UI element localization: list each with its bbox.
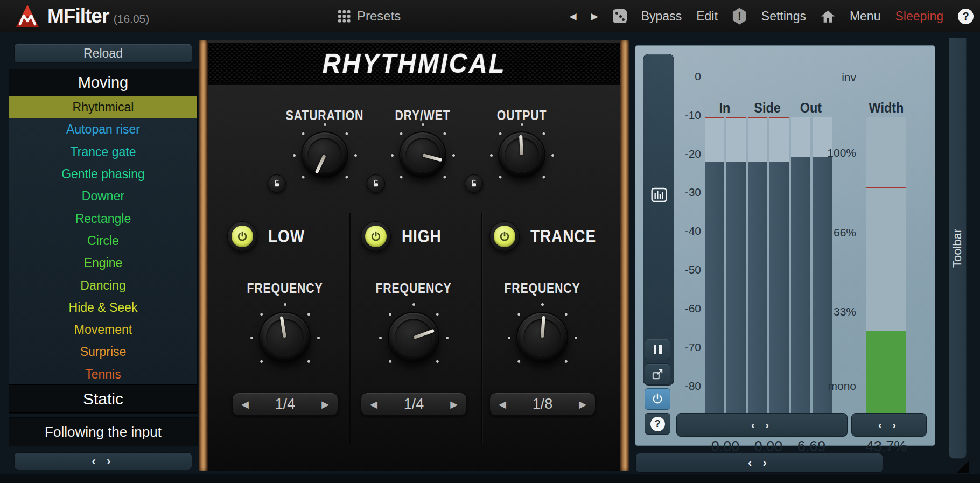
width-scrollbar[interactable]: ‹ ›: [851, 413, 927, 437]
toolbar-collapse-strip[interactable]: Toolbar: [949, 38, 967, 459]
preset-group-moving[interactable]: Moving: [9, 69, 197, 96]
presets-label: Presets: [357, 9, 401, 24]
presets-button[interactable]: Presets: [338, 0, 401, 32]
frequency-label: FREQUENCY: [230, 281, 340, 296]
increment-icon[interactable]: [579, 398, 586, 410]
db-tick: -30: [668, 186, 701, 199]
knob-pointer: [541, 316, 545, 338]
topbar-right-cluster: Bypass Edit Settings Menu Sleeping ?: [570, 0, 974, 32]
preset-item[interactable]: Rectangle: [9, 207, 197, 229]
db-tick: -10: [668, 109, 701, 122]
high-division-selector[interactable]: 1/4: [361, 393, 467, 416]
output-knob[interactable]: [498, 131, 545, 179]
preset-item[interactable]: Surprise: [9, 341, 197, 363]
preset-item[interactable]: Tennis: [9, 363, 197, 386]
power-icon: [494, 226, 515, 247]
menu-button[interactable]: Menu: [850, 9, 881, 24]
knob-pointer: [413, 328, 435, 339]
saturation-knob[interactable]: [301, 131, 348, 179]
edit-button[interactable]: Edit: [696, 9, 718, 24]
preset-item[interactable]: Movement: [9, 319, 197, 341]
wood-trim-left: [199, 40, 208, 471]
high-frequency-knob[interactable]: [388, 312, 439, 363]
meter-in-right: [726, 117, 746, 436]
analyzer-collapse-handle[interactable]: [643, 54, 674, 386]
preset-group-static[interactable]: Static: [9, 384, 197, 413]
decrement-icon[interactable]: [499, 398, 506, 410]
speaker-grille: RHYTHMICAL: [208, 43, 620, 85]
preset-item[interactable]: Dancing: [9, 274, 197, 296]
home-icon[interactable]: [821, 10, 835, 23]
device-face: RHYTHMICAL SATURATION DRY/WET OUTPUT: [208, 40, 620, 471]
bypass-button[interactable]: Bypass: [641, 9, 682, 24]
db-tick: -70: [668, 341, 701, 354]
help-icon[interactable]: ?: [958, 9, 974, 24]
scroll-chevrons-icon: ‹ ›: [751, 419, 773, 431]
drywet-lock-icon[interactable]: [367, 174, 385, 193]
random-preset-icon[interactable]: [613, 9, 627, 23]
scroll-chevrons-icon: ‹ ›: [748, 456, 771, 470]
meter-side-right: [769, 117, 789, 436]
preset-item-selected[interactable]: Rhythmical: [9, 96, 197, 118]
meters-scrollbar[interactable]: ‹ ›: [676, 413, 848, 437]
next-preset-icon[interactable]: [591, 11, 598, 22]
increment-icon[interactable]: [321, 398, 329, 410]
division-value: 1/4: [377, 396, 450, 412]
preset-list: Moving Rhythmical Autopan riser Trance g…: [9, 69, 198, 414]
trance-band-power-button[interactable]: [489, 221, 520, 251]
db-tick: -80: [668, 380, 701, 393]
preset-item[interactable]: Circle: [9, 230, 197, 252]
drywet-knob[interactable]: [399, 131, 446, 179]
previous-preset-icon[interactable]: [570, 11, 577, 22]
sidebar-horizontal-scrollbar[interactable]: ‹ ›: [14, 452, 192, 470]
knob-pointer: [422, 153, 442, 162]
preset-item[interactable]: Hide & Seek: [9, 297, 197, 319]
preset-group-following-the-input[interactable]: Following the input: [9, 417, 198, 446]
meter-width: [866, 117, 906, 436]
width-tick: 66%: [818, 226, 856, 239]
high-band-power-button[interactable]: [361, 221, 391, 251]
bottom-scrollbar[interactable]: ‹ ›: [635, 453, 883, 473]
increment-icon[interactable]: [450, 398, 458, 410]
high-band-label: HIGH: [402, 226, 442, 247]
band-divider: [349, 213, 351, 444]
meter-header-out: Out: [787, 100, 835, 116]
meter-panel: ? In Side Out Width 0 -10 -20 -30 -40 -5…: [635, 45, 935, 446]
low-division-selector[interactable]: 1/4: [232, 393, 338, 416]
popout-button[interactable]: [645, 363, 670, 385]
pause-button[interactable]: [645, 339, 670, 360]
division-value: 1/8: [506, 396, 579, 412]
decrement-icon[interactable]: [241, 398, 249, 410]
saturation-lock-icon[interactable]: [268, 174, 286, 193]
width-tick: 33%: [818, 305, 856, 318]
low-band-power-button[interactable]: [227, 221, 257, 251]
preset-item[interactable]: Downer: [9, 185, 197, 207]
decrement-icon[interactable]: [370, 398, 377, 410]
trance-band-label: TRANCE: [530, 226, 596, 247]
low-frequency-knob[interactable]: [259, 312, 311, 363]
preset-item[interactable]: Autopan riser: [9, 118, 197, 141]
reload-button[interactable]: Reload: [14, 44, 192, 63]
scroll-chevrons-icon: ‹ ›: [92, 454, 115, 468]
toolbar-label: Toolbar: [950, 229, 964, 268]
output-lock-icon[interactable]: [465, 174, 483, 193]
width-peak-line: [866, 187, 906, 188]
preset-item[interactable]: Engine: [9, 252, 197, 274]
meter-header-in: In: [701, 100, 749, 116]
knob-pointer: [315, 155, 326, 174]
trance-frequency-knob[interactable]: [516, 312, 568, 363]
preset-item[interactable]: Trance gate: [9, 141, 197, 163]
preset-item[interactable]: Gentle phasing: [9, 163, 197, 185]
saturation-label: SATURATION: [270, 108, 380, 123]
melda-logo-icon[interactable]: [15, 4, 40, 29]
settings-button[interactable]: Settings: [761, 9, 806, 24]
warning-icon[interactable]: [732, 8, 747, 25]
division-value: 1/4: [249, 396, 321, 412]
drywet-label: DRY/WET: [368, 108, 478, 123]
band-divider: [481, 213, 482, 444]
meters-help-button[interactable]: ?: [645, 413, 670, 435]
trance-division-selector[interactable]: 1/8: [489, 393, 596, 416]
meters-power-button[interactable]: [645, 388, 670, 410]
window-resize-grip[interactable]: [957, 460, 969, 473]
sleeping-status[interactable]: Sleeping: [895, 9, 943, 24]
